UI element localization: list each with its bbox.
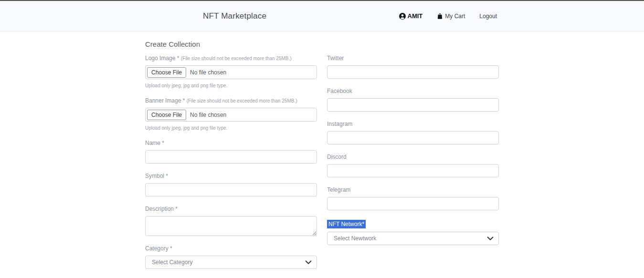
telegram-label: Telegram bbox=[327, 186, 499, 193]
nav-my-cart[interactable]: My Cart bbox=[437, 13, 465, 20]
header: NFT Marketplace AMIT My Cart Logout bbox=[0, 0, 644, 31]
logo-choose-file-button[interactable]: Choose File bbox=[147, 67, 186, 78]
logo-file-type-note: Upload only jpeg, jpg and png file type. bbox=[145, 83, 317, 88]
facebook-label: Facebook bbox=[327, 88, 499, 94]
form-left-column: Logo Image * (File size should not be ex… bbox=[145, 55, 317, 278]
description-textarea[interactable] bbox=[145, 216, 317, 236]
shopping-bag-icon bbox=[437, 13, 443, 19]
category-label: Category * bbox=[145, 245, 317, 252]
logo-file-status: No file chosen bbox=[190, 69, 226, 76]
banner-image-label: Banner Image * (File size should not be … bbox=[145, 97, 317, 104]
chevron-down-icon bbox=[487, 237, 494, 241]
banner-choose-file-button[interactable]: Choose File bbox=[147, 110, 186, 120]
nft-network-group: NFT Network* Select Newtwork bbox=[327, 219, 499, 245]
form-right-column: Twitter Facebook Instagram Discord Teleg… bbox=[327, 55, 499, 278]
instagram-label: Instagram bbox=[327, 121, 499, 127]
symbol-group: Symbol * bbox=[145, 173, 317, 196]
logo-image-size-hint: (File size should not be exceeded more t… bbox=[181, 56, 292, 61]
person-circle-icon bbox=[399, 13, 406, 20]
instagram-input[interactable] bbox=[327, 131, 499, 144]
banner-image-size-hint: (File size should not be exceeded more t… bbox=[187, 98, 297, 103]
instagram-group: Instagram bbox=[327, 121, 499, 144]
create-collection-form: Create Collection Logo Image * (File siz… bbox=[145, 31, 499, 278]
telegram-input[interactable] bbox=[327, 197, 499, 210]
chevron-down-icon bbox=[305, 260, 312, 265]
nav-logout-label: Logout bbox=[479, 13, 497, 20]
category-selected-value: Select Category bbox=[152, 259, 192, 266]
facebook-group: Facebook bbox=[327, 88, 499, 112]
facebook-input[interactable] bbox=[327, 98, 499, 112]
name-group: Name * bbox=[145, 140, 317, 164]
header-nav: AMIT My Cart Logout bbox=[399, 12, 497, 20]
name-label: Name * bbox=[145, 140, 317, 146]
symbol-label: Symbol * bbox=[145, 173, 317, 179]
banner-file-status: No file chosen bbox=[190, 112, 226, 118]
name-input[interactable] bbox=[145, 150, 317, 164]
telegram-group: Telegram bbox=[327, 186, 499, 210]
logo-image-label: Logo Image * (File size should not be ex… bbox=[145, 55, 317, 62]
description-label: Description * bbox=[145, 206, 317, 212]
category-group: Category * Select Category bbox=[145, 245, 317, 269]
twitter-input[interactable] bbox=[327, 65, 499, 79]
discord-input[interactable] bbox=[327, 164, 499, 177]
discord-group: Discord bbox=[327, 154, 499, 177]
brand-title[interactable]: NFT Marketplace bbox=[203, 11, 266, 21]
description-group: Description * bbox=[145, 206, 317, 236]
twitter-label: Twitter bbox=[327, 55, 499, 62]
banner-image-group: Banner Image * (File size should not be … bbox=[145, 97, 317, 131]
page-title: Create Collection bbox=[145, 40, 499, 48]
nft-network-select[interactable]: Select Newtwork bbox=[327, 232, 499, 245]
nft-network-selected-value: Select Newtwork bbox=[334, 235, 376, 242]
symbol-input[interactable] bbox=[145, 183, 317, 196]
nav-user-label: AMIT bbox=[408, 12, 423, 20]
logo-image-group: Logo Image * (File size should not be ex… bbox=[145, 55, 317, 88]
nft-network-label: NFT Network* bbox=[327, 220, 366, 228]
category-select[interactable]: Select Category bbox=[145, 256, 317, 269]
nav-user[interactable]: AMIT bbox=[399, 12, 423, 20]
discord-label: Discord bbox=[327, 154, 499, 160]
nav-cart-label: My Cart bbox=[445, 13, 465, 20]
banner-file-type-note: Upload only jpeg, jpg and png file type. bbox=[145, 125, 317, 131]
nav-logout[interactable]: Logout bbox=[479, 13, 497, 20]
twitter-group: Twitter bbox=[327, 55, 499, 79]
banner-file-input[interactable]: Choose File No file chosen bbox=[145, 108, 317, 122]
logo-file-input[interactable]: Choose File No file chosen bbox=[145, 65, 317, 79]
